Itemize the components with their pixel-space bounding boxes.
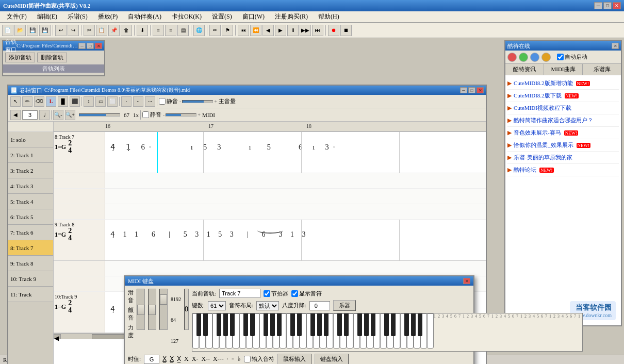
black-key[interactable] — [223, 313, 228, 336]
import-btn[interactable]: ⬇ — [137, 25, 148, 36]
slider-force[interactable] — [159, 289, 168, 330]
menu-score[interactable]: 乐谱(S) — [63, 11, 92, 23]
input-note-checkbox[interactable] — [244, 356, 251, 362]
track-item-11[interactable]: 11: Track — [8, 287, 53, 302]
maximize-button[interactable]: □ — [603, 2, 612, 9]
news-item-7[interactable]: ▶ 酷特论坛 NEW! — [507, 164, 619, 176]
dot2-tool[interactable]: ·· — [133, 96, 143, 107]
zoom-slider[interactable] — [79, 113, 120, 117]
black-key[interactable] — [270, 313, 275, 336]
black-key[interactable] — [277, 313, 282, 336]
black-key[interactable] — [310, 313, 315, 336]
black-key[interactable] — [230, 313, 235, 336]
black-key[interactable] — [297, 313, 302, 336]
eraser-tool[interactable]: ⌫ — [34, 96, 44, 107]
zoom-out-btn[interactable]: 🔍- — [53, 110, 63, 120]
midi-dialog-close[interactable]: ✕ — [463, 278, 470, 284]
track-item-1[interactable]: 1: solo — [8, 132, 53, 147]
metronome-btn[interactable]: ♩ — [39, 110, 50, 120]
rp-btn-green[interactable] — [519, 53, 528, 62]
rewind-btn[interactable]: ◀ — [262, 25, 274, 36]
slider-glide[interactable] — [137, 289, 145, 330]
layout-dropdown[interactable]: 默认 — [256, 301, 279, 310]
flat-sym[interactable]: ♭ — [238, 355, 241, 363]
black-key[interactable] — [384, 313, 389, 336]
globe-btn[interactable]: 🌐 — [193, 25, 205, 36]
black-key[interactable] — [411, 313, 416, 336]
white-key-35[interactable] — [427, 313, 434, 349]
stop-btn[interactable]: ⏹ — [340, 25, 352, 36]
track-item-6[interactable]: 6: Track 5 — [8, 209, 53, 225]
audio-restore[interactable]: □ — [87, 43, 94, 49]
show-note-checkbox[interactable] — [291, 290, 298, 297]
track-item-5[interactable]: 5: Track 4 — [8, 194, 53, 209]
duration-eighth[interactable]: X — [184, 355, 189, 363]
news-item-2[interactable]: ▶ CuteMIDI视频教程下载 — [507, 102, 619, 114]
undo-btn[interactable]: ↩ — [55, 25, 67, 36]
keys-dropdown[interactable]: 61 49 88 — [208, 301, 226, 310]
track-item-8[interactable]: 8: Track 7 — [8, 240, 53, 256]
lines-btn[interactable]: ≡ — [153, 25, 164, 36]
rp-btn-yellow[interactable] — [541, 53, 551, 62]
track-item-10[interactable]: 10: Track 9 — [8, 271, 53, 287]
score-minimize[interactable]: ─ — [460, 87, 467, 93]
dot3-tool[interactable]: ··· — [145, 96, 155, 107]
pencil-btn[interactable]: ✏ — [209, 25, 221, 36]
dot2-sym[interactable]: ·· — [232, 355, 235, 363]
slider-vibrato-thumb[interactable] — [149, 305, 156, 315]
menu-window[interactable]: 窗口(W) — [238, 11, 269, 23]
close-button[interactable]: ✕ — [613, 2, 621, 9]
play-btn[interactable]: ▶ — [275, 25, 286, 36]
tab-score[interactable]: 乐谱库 — [583, 64, 621, 75]
add-track-btn[interactable]: 添加音轨 — [5, 53, 35, 62]
piano-keys[interactable]: 123456712345671234567123456712345671 — [192, 313, 582, 352]
tab-midi[interactable]: MIDI曲库 — [544, 64, 583, 75]
slider-force-thumb[interactable] — [160, 294, 167, 305]
mouse-input-btn[interactable]: 鼠标输入 — [277, 354, 311, 364]
menu-edit[interactable]: 编辑(E) — [32, 11, 62, 23]
flag-btn[interactable]: ⚑ — [222, 25, 233, 36]
save-btn[interactable]: 💾 — [27, 25, 38, 36]
news-item-1[interactable]: ▶ CuteMIDI8.2版下载 NEW! — [507, 90, 619, 102]
skip-start-btn[interactable]: ⏮ — [238, 25, 249, 36]
dot1-tool[interactable]: · — [121, 96, 132, 107]
news-item-6[interactable]: ▶ 乐谱-美丽的草原我的家 — [507, 152, 619, 164]
pause-btn[interactable]: ⏸ — [287, 25, 299, 36]
duration-half[interactable]: X̲ — [170, 355, 174, 363]
cursor-tool[interactable]: ↖ — [10, 96, 21, 107]
del-track-btn[interactable]: 删除音轨 — [37, 53, 67, 62]
lines2-btn[interactable]: ≡ — [165, 25, 176, 36]
duration-32nd[interactable]: X-- — [201, 355, 210, 363]
copy-btn[interactable]: 📋 — [96, 25, 107, 36]
octave-input[interactable] — [309, 301, 330, 310]
save2-btn[interactable]: 💾 — [39, 25, 51, 36]
black-key[interactable] — [243, 313, 248, 336]
midi-volume-slider[interactable] — [166, 113, 196, 117]
keyboard-input-btn[interactable]: 键盘输入 — [315, 354, 349, 364]
duration-64th[interactable]: X--- — [213, 355, 224, 363]
black-key[interactable] — [371, 313, 375, 336]
track-item-3[interactable]: 3: Track 2 — [8, 163, 53, 178]
duration-16th[interactable]: X- — [192, 355, 199, 363]
menu-file[interactable]: 文件(F) — [2, 11, 31, 23]
highlight-tool[interactable]: █ — [58, 96, 68, 107]
black-key[interactable] — [324, 313, 329, 336]
midi-mute-checkbox[interactable] — [142, 111, 149, 118]
news-item-4[interactable]: ▶ 音色效果展示-赛马 NEW! — [507, 127, 619, 139]
black-key[interactable] — [290, 313, 295, 336]
right-close[interactable]: ✕ — [612, 43, 619, 49]
black-key[interactable] — [357, 313, 362, 336]
dot1-sym[interactable]: · — [227, 355, 228, 363]
black-key[interactable] — [264, 313, 268, 336]
redo-btn[interactable]: ↪ — [68, 25, 79, 36]
mute-checkbox[interactable] — [159, 98, 166, 105]
news-item-5[interactable]: ▶ 恰似你的温柔_效果展示 NEW! — [507, 139, 619, 152]
menu-auto-play[interactable]: 自动伴奏(A) — [123, 11, 166, 23]
select-tool[interactable]: ⬛ — [70, 96, 80, 107]
black-key[interactable] — [217, 313, 221, 336]
bar-input[interactable] — [22, 110, 38, 120]
menu-help[interactable]: 帮助(H) — [314, 11, 344, 23]
forward-btn[interactable]: ▶▶ — [300, 25, 311, 36]
select3-tool[interactable]: ⬜ — [107, 96, 118, 107]
track-item-7[interactable]: 7: Track 6 — [8, 225, 53, 240]
